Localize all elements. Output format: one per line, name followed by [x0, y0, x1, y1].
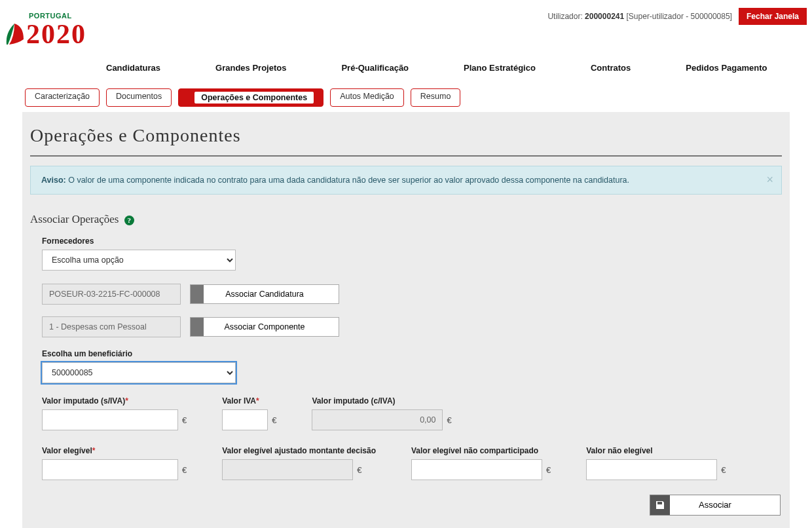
fornecedores-label: Fornecedores — [42, 236, 782, 246]
associar-button[interactable]: Associar — [650, 495, 781, 516]
currency-symbol: € — [182, 465, 187, 475]
valor-imputado-civa-input — [312, 409, 443, 430]
valor-elegivel-nao-comparticipado-input[interactable] — [411, 459, 542, 480]
user-label: Utilizador: — [547, 12, 582, 21]
nav-contratos[interactable]: Contratos — [563, 63, 658, 73]
currency-symbol: € — [182, 415, 187, 425]
valor-imputado-civa-label: Valor imputado (c/IVA) — [312, 396, 451, 405]
fornecedores-select[interactable]: Escolha uma opção — [42, 250, 236, 271]
valor-nao-elegivel-label: Valor não elegível — [586, 446, 726, 455]
valor-elegivel-ajustado-input — [222, 459, 353, 480]
section-title-text: Associar Operações — [30, 213, 119, 225]
alert-close-button[interactable]: × — [766, 173, 773, 187]
tab-caracterizacao[interactable]: Caracterização — [25, 88, 100, 107]
alert-box: Aviso: O valor de uma componente indicad… — [30, 166, 782, 195]
section-title: Associar Operações ? — [30, 213, 782, 226]
valor-iva-input[interactable] — [222, 409, 268, 430]
drag-handle-icon — [191, 318, 204, 336]
tab-documentos[interactable]: Documentos — [106, 88, 172, 107]
tab-autos-medicao[interactable]: Autos Medição — [330, 88, 404, 107]
drag-handle-icon — [191, 285, 204, 303]
associar-candidatura-label: Associar Candidatura — [191, 285, 339, 303]
page-title: Operações e Componentes — [30, 125, 782, 146]
associar-candidatura-button[interactable]: Associar Candidatura — [190, 284, 339, 304]
nav-candidaturas[interactable]: Candidaturas — [79, 63, 188, 73]
valor-elegivel-nao-comparticipado-label: Valor elegível não comparticipado — [411, 446, 551, 455]
currency-symbol: € — [447, 415, 451, 425]
currency-symbol: € — [721, 465, 726, 475]
alert-prefix: Aviso: — [41, 176, 66, 185]
beneficiario-select[interactable]: 500000085 — [42, 362, 236, 383]
currency-symbol: € — [272, 415, 276, 425]
nav-pedidos-pagamento[interactable]: Pedidos Pagamento — [658, 63, 794, 73]
tab-resumo[interactable]: Resumo — [411, 88, 461, 107]
associar-componente-button[interactable]: Associar Componente — [190, 317, 339, 337]
nav-pre-qualificacao[interactable]: Pré-Qualificação — [314, 63, 436, 73]
sub-tabs: Caracterização Documentos Operações e Co… — [0, 79, 812, 112]
tab-operacoes-componentes-label: Operações e Componentes — [194, 92, 314, 104]
valor-elegivel-label: Valor elegível* — [42, 446, 187, 455]
user-role: [Super-utilizador - 500000085] — [627, 12, 732, 21]
alert-text: O valor de uma componente indicada no co… — [66, 176, 629, 185]
candidatura-input — [42, 284, 181, 305]
currency-symbol: € — [546, 465, 551, 475]
header-bar: PORTUGAL 2020 Utilizador: 200000241 [Sup… — [0, 0, 812, 47]
user-id: 200000241 — [585, 12, 624, 21]
nav-plano-estrategico[interactable]: Plano Estratégico — [436, 63, 563, 73]
associar-componente-label: Associar Componente — [191, 318, 339, 336]
help-icon[interactable]: ? — [124, 216, 134, 225]
logo: PORTUGAL 2020 — [5, 8, 110, 47]
beneficiario-label: Escolha um beneficiário — [42, 349, 782, 358]
componente-input — [42, 316, 181, 337]
valor-elegivel-input[interactable] — [42, 459, 178, 480]
save-icon — [650, 495, 670, 515]
user-bar: Utilizador: 200000241 [Super-utilizador … — [547, 8, 807, 25]
main-nav: Candidaturas Grandes Projetos Pré-Qualif… — [0, 47, 812, 79]
currency-symbol: € — [357, 465, 361, 475]
divider — [30, 155, 782, 157]
logo-leaf-icon — [5, 20, 25, 46]
logo-text-big: 2020 — [26, 18, 86, 50]
valor-imputado-siva-input[interactable] — [42, 409, 178, 430]
close-window-button[interactable]: Fechar Janela — [739, 8, 807, 25]
valor-elegivel-ajustado-label: Valor elegível ajustado montante decisão — [222, 446, 376, 455]
valor-nao-elegivel-input[interactable] — [586, 459, 717, 480]
valor-iva-label: Valor IVA* — [222, 396, 276, 405]
nav-grandes-projetos[interactable]: Grandes Projetos — [188, 63, 314, 73]
valor-imputado-siva-label: Valor imputado (s/IVA)* — [42, 396, 187, 405]
tab-operacoes-componentes[interactable]: Operações e Componentes — [178, 88, 323, 107]
